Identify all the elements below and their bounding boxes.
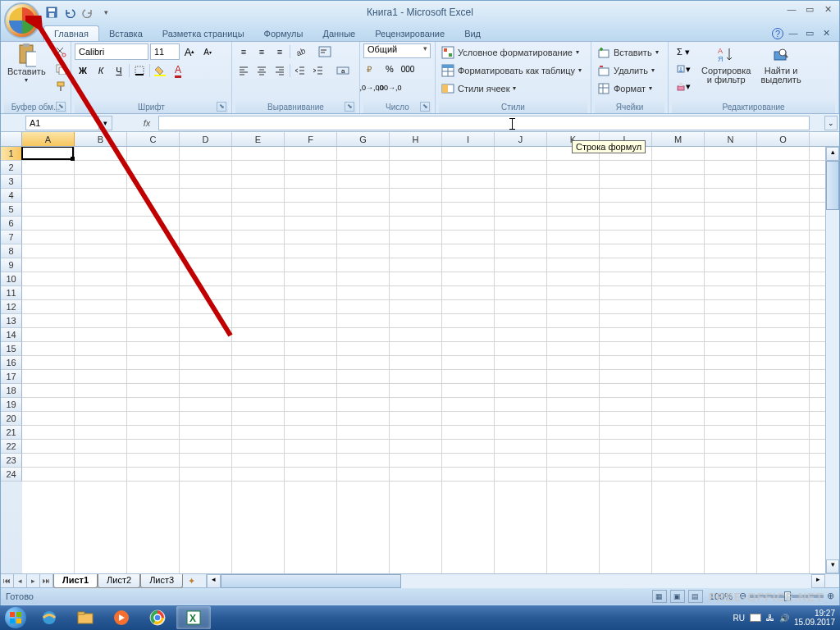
tab-data[interactable]: Данные: [313, 26, 365, 41]
paste-button[interactable]: Вставить ▾: [4, 43, 49, 85]
column-header[interactable]: H: [390, 132, 442, 146]
align-top-icon[interactable]: ≡: [235, 43, 252, 60]
scroll-right-button[interactable]: ▸: [811, 574, 825, 588]
fill-color-button[interactable]: [152, 62, 168, 79]
row-header[interactable]: 20: [1, 412, 22, 426]
row-header[interactable]: 2: [1, 161, 22, 175]
formula-bar-expand-icon[interactable]: ⌄: [824, 116, 838, 130]
row-header[interactable]: 18: [1, 384, 22, 398]
cut-icon[interactable]: [52, 43, 69, 60]
tab-home[interactable]: Главная: [43, 25, 99, 41]
column-header[interactable]: A: [22, 132, 75, 146]
cells-area[interactable]: [22, 147, 839, 573]
decrease-indent-icon[interactable]: [292, 62, 308, 79]
row-header[interactable]: 21: [1, 426, 22, 440]
fill-icon[interactable]: ▾: [672, 61, 695, 77]
row-header[interactable]: 12: [1, 300, 22, 314]
sheet-nav-prev[interactable]: ◂: [14, 574, 27, 588]
percent-style-icon[interactable]: %: [381, 61, 398, 77]
find-select-button[interactable]: Найти и выделить: [757, 43, 804, 86]
delete-cells-button[interactable]: Удалить ▾: [595, 62, 657, 79]
scroll-left-button[interactable]: ◂: [207, 574, 221, 588]
name-box[interactable]: A1: [25, 116, 99, 130]
wrap-text-icon[interactable]: [317, 43, 333, 60]
insert-function-button[interactable]: fx: [137, 116, 157, 130]
column-header[interactable]: M: [652, 132, 705, 146]
row-header[interactable]: 11: [1, 286, 22, 300]
tab-review[interactable]: Рецензирование: [365, 26, 454, 41]
minimize-button[interactable]: —: [783, 4, 800, 17]
number-format-combo[interactable]: Общий: [363, 43, 431, 58]
row-header[interactable]: 16: [1, 356, 22, 370]
tab-page-layout[interactable]: Разметка страницы: [153, 26, 254, 41]
row-header[interactable]: 6: [1, 217, 22, 231]
clipboard-dialog-launcher[interactable]: ⬊: [56, 102, 66, 112]
shrink-font-icon[interactable]: A▾: [199, 43, 216, 60]
clear-icon[interactable]: ▾: [672, 78, 695, 94]
italic-button[interactable]: К: [93, 62, 109, 79]
start-button[interactable]: [0, 605, 31, 630]
row-header[interactable]: 17: [1, 370, 22, 384]
row-header[interactable]: 1: [1, 147, 22, 161]
column-header[interactable]: B: [75, 132, 127, 146]
name-box-dropdown[interactable]: ▾: [99, 116, 112, 130]
zoom-level[interactable]: 100%: [710, 591, 733, 601]
format-cells-button[interactable]: Формат ▾: [595, 80, 655, 97]
align-center-icon[interactable]: [253, 62, 270, 79]
conditional-formatting-button[interactable]: Условное форматирование ▾: [439, 43, 582, 61]
formula-bar-input[interactable]: [158, 116, 810, 130]
vertical-scrollbar[interactable]: ▴ ▾: [825, 147, 839, 573]
row-header[interactable]: 9: [1, 258, 22, 272]
accounting-format-icon[interactable]: ₽: [363, 61, 380, 77]
cell-styles-button[interactable]: Стили ячеек ▾: [439, 80, 518, 97]
tray-lang[interactable]: RU: [733, 614, 744, 623]
sheet-tab-2[interactable]: Лист2: [98, 574, 140, 588]
increase-indent-icon[interactable]: [310, 62, 326, 79]
taskbar-chrome[interactable]: [140, 606, 175, 629]
qat-dropdown-icon[interactable]: ▾: [99, 6, 112, 19]
sheet-tab-3[interactable]: Лист3: [140, 574, 183, 588]
column-header[interactable]: J: [495, 132, 547, 146]
copy-icon[interactable]: [52, 61, 69, 77]
tab-formulas[interactable]: Формулы: [254, 26, 313, 41]
number-dialog-launcher[interactable]: ⬊: [420, 102, 430, 112]
column-header[interactable]: I: [442, 132, 495, 146]
sheet-nav-first[interactable]: ⏮: [1, 574, 14, 588]
decrease-decimal-icon[interactable]: ,00→,0: [381, 80, 398, 96]
taskbar-excel[interactable]: X: [176, 606, 211, 629]
save-icon[interactable]: [45, 6, 58, 19]
row-header[interactable]: 4: [1, 189, 22, 203]
font-name-combo[interactable]: [75, 43, 148, 60]
page-break-view-button[interactable]: ▤: [688, 590, 703, 603]
hscroll-thumb[interactable]: [221, 574, 401, 588]
align-middle-icon[interactable]: ≡: [253, 43, 270, 60]
row-header[interactable]: 24: [1, 468, 22, 482]
zoom-slider[interactable]: [750, 595, 824, 598]
office-button[interactable]: [4, 2, 40, 39]
row-header[interactable]: 7: [1, 231, 22, 244]
tab-view[interactable]: Вид: [454, 26, 491, 41]
format-painter-icon[interactable]: [52, 78, 69, 94]
font-dialog-launcher[interactable]: ⬊: [217, 102, 226, 112]
row-header[interactable]: 19: [1, 398, 22, 412]
undo-icon[interactable]: [63, 6, 76, 19]
new-sheet-button[interactable]: ✦: [183, 576, 199, 587]
sheet-nav-next[interactable]: ▸: [27, 574, 40, 588]
row-header[interactable]: 15: [1, 342, 22, 356]
column-header[interactable]: C: [127, 132, 180, 146]
redo-icon[interactable]: [81, 6, 94, 19]
row-header[interactable]: 5: [1, 203, 22, 217]
taskbar-explorer[interactable]: [68, 606, 103, 629]
merge-center-icon[interactable]: a: [335, 62, 351, 79]
tray-clock[interactable]: 19:27 15.09.2017: [794, 609, 835, 627]
normal-view-button[interactable]: ▦: [652, 590, 667, 603]
font-size-combo[interactable]: [150, 43, 180, 60]
align-bottom-icon[interactable]: ≡: [272, 43, 288, 60]
bold-button[interactable]: Ж: [75, 62, 91, 79]
zoom-out-button[interactable]: ⊖: [739, 591, 746, 601]
mdi-restore-button[interactable]: ▭: [803, 28, 816, 41]
sort-filter-button[interactable]: АЯ Сортировка и фильтр: [698, 43, 754, 86]
column-header[interactable]: N: [705, 132, 757, 146]
horizontal-scrollbar[interactable]: ◂ ▸: [206, 574, 825, 588]
column-header[interactable]: O: [757, 132, 810, 146]
